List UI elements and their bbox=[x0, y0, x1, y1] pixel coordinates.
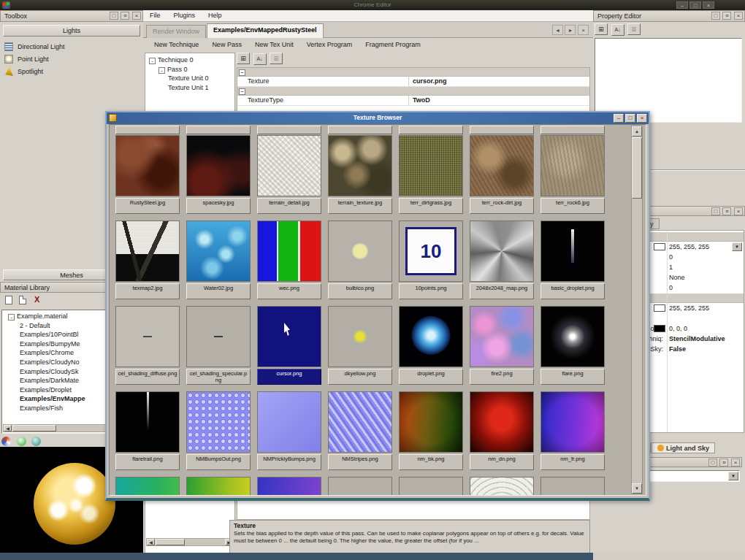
render-mode-icon[interactable] bbox=[1, 437, 11, 446]
texture-label-cut[interactable] bbox=[257, 126, 321, 134]
property-category-row[interactable]: − bbox=[237, 68, 589, 77]
new-tex-unit-button[interactable]: New Tex Unit bbox=[250, 39, 299, 50]
window-maximize-button[interactable]: □ bbox=[689, 1, 701, 9]
dialog-titlebar[interactable]: Texture Browser – □ × bbox=[107, 112, 649, 124]
texture-cell-fire2-png[interactable]: fire2.png bbox=[470, 306, 534, 385]
float-icon[interactable]: □ bbox=[711, 207, 720, 215]
texture-filename-label[interactable]: NMStripes.png bbox=[328, 454, 392, 470]
texture-cell-basic-droplet-png[interactable]: basic_droplet.png bbox=[540, 220, 605, 299]
view-options-icon[interactable] bbox=[31, 437, 41, 446]
texture-filename-label[interactable]: 10points.png bbox=[399, 283, 463, 299]
scroll-left-icon[interactable]: ◀ bbox=[4, 425, 12, 431]
texture-filename-label[interactable]: droplet.png bbox=[399, 369, 463, 385]
lights-group-header[interactable]: Lights bbox=[3, 25, 140, 37]
texture-filename-label[interactable]: terrain_detail.jpg bbox=[257, 198, 321, 214]
tree-item[interactable]: -Technique 0 bbox=[149, 55, 234, 65]
chevron-down-icon[interactable]: ▼ bbox=[732, 242, 742, 251]
new-material-button[interactable] bbox=[3, 294, 15, 306]
texture-cell-NMBumpsOut-png[interactable]: NMBumpsOut.png bbox=[186, 391, 251, 470]
texture-cell-terrain-texture-jpg[interactable]: terrain_texture.jpg bbox=[328, 135, 392, 214]
texture-cell-10points-png[interactable]: 1010points.png bbox=[399, 220, 463, 299]
texture-cell-nm-dn-png[interactable]: nm_dn.png bbox=[470, 391, 534, 470]
texture-cell[interactable] bbox=[328, 477, 392, 496]
texture-cell-terr-rock6-jpg[interactable]: terr_rock6.jpg bbox=[540, 135, 605, 214]
toolbox-item-spotlight[interactable]: Spotlight bbox=[0, 66, 143, 78]
texture-filename-label[interactable]: dkyellow.png bbox=[328, 369, 392, 385]
scene-property-value[interactable]: 255, 255, 255 bbox=[669, 304, 709, 312]
color-swatch[interactable] bbox=[654, 325, 665, 332]
close-icon[interactable]: × bbox=[132, 12, 141, 20]
texture-label-cut[interactable] bbox=[470, 126, 534, 134]
dialog-close-button[interactable]: × bbox=[637, 114, 647, 123]
texture-cell-RustySteel-jpg[interactable]: RustySteel.jpg bbox=[115, 135, 180, 214]
texture-cell-terr-rock-dirt-jpg[interactable]: terr_rock-dirt.jpg bbox=[470, 135, 534, 214]
property-row[interactable]: Texturecursor.png bbox=[237, 77, 589, 87]
texture-filename-label[interactable]: RustySteel.jpg bbox=[115, 198, 180, 214]
scene-property-value[interactable]: 0 bbox=[669, 283, 673, 292]
dialog-maximize-button[interactable]: □ bbox=[625, 114, 635, 123]
texture-cell-cel-shading-diffuse-png[interactable]: cel_shading_diffuse.png bbox=[115, 306, 180, 385]
texture-filename-label[interactable]: cursor.png bbox=[257, 369, 321, 385]
texture-cell-spacesky-jpg[interactable]: spacesky.jpg bbox=[186, 135, 251, 214]
texture-cell-nm-bk-png[interactable]: nm_bk.png bbox=[399, 391, 463, 470]
texture-filename-label[interactable]: nm_fr.png bbox=[540, 454, 605, 470]
float-icon[interactable]: □ bbox=[110, 12, 118, 20]
texture-filename-label[interactable]: terr_dirtgrass.jpg bbox=[399, 198, 463, 214]
texture-cell-flare-png[interactable]: flare.png bbox=[540, 306, 605, 385]
close-icon[interactable]: × bbox=[731, 459, 740, 467]
scene-property-value[interactable]: 1 bbox=[669, 263, 673, 272]
texture-label-cut[interactable] bbox=[399, 126, 463, 134]
collapse-icon[interactable]: − bbox=[239, 69, 245, 76]
texture-filename-label[interactable]: fire2.png bbox=[470, 369, 534, 385]
chevron-down-icon[interactable]: ▼ bbox=[728, 472, 738, 480]
texture-filename-label[interactable]: terr_rock-dirt.jpg bbox=[470, 198, 534, 214]
texture-cell-nm-fr-png[interactable]: nm_fr.png bbox=[540, 391, 605, 470]
window-close-button[interactable]: × bbox=[703, 1, 714, 9]
new-pass-button[interactable]: New Pass bbox=[207, 39, 247, 50]
texture-cell-dkyellow-png[interactable]: dkyellow.png bbox=[328, 306, 392, 385]
color-swatch[interactable] bbox=[654, 304, 665, 312]
texture-filename-label[interactable]: flare.png bbox=[540, 369, 605, 385]
texture-cell-droplet-png[interactable]: droplet.png bbox=[399, 306, 463, 385]
close-icon[interactable]: × bbox=[734, 207, 743, 215]
alphabetical-sort-icon[interactable]: A↓ bbox=[611, 24, 624, 36]
texture-filename-label[interactable]: flaretrail.png bbox=[115, 454, 180, 470]
menu-item-file[interactable]: File bbox=[143, 10, 167, 22]
texture-filename-label[interactable]: Water02.jpg bbox=[186, 283, 251, 299]
property-row[interactable]: TextureTypeTwoD bbox=[237, 96, 589, 106]
tree-expander-icon[interactable]: - bbox=[149, 58, 156, 64]
texture-filename-label[interactable]: wec.png bbox=[257, 283, 321, 299]
tab-scroll-right-icon[interactable]: ▸ bbox=[565, 25, 576, 35]
technique-tree-hscrollbar[interactable]: ◀ ▶ bbox=[146, 538, 234, 546]
texture-filename-label[interactable]: spacesky.jpg bbox=[186, 198, 251, 214]
pin-icon[interactable]: ¤ bbox=[121, 12, 129, 20]
texture-filename-label[interactable]: terr_rock6.jpg bbox=[540, 198, 605, 214]
texture-cell[interactable] bbox=[540, 477, 605, 496]
texture-filename-label[interactable]: nm_dn.png bbox=[470, 454, 534, 470]
fragment-program-button[interactable]: Fragment Program bbox=[360, 39, 426, 50]
vertex-program-button[interactable]: Vertex Program bbox=[302, 39, 358, 50]
float-icon[interactable]: □ bbox=[711, 12, 720, 20]
list-view-icon[interactable]: ≣ bbox=[270, 53, 283, 64]
texture-label-cut[interactable] bbox=[186, 126, 251, 134]
toolbox-item-point-light[interactable]: Point Light bbox=[0, 53, 143, 66]
refresh-view-icon[interactable] bbox=[17, 437, 26, 446]
texture-filename-label[interactable]: bulbico.png bbox=[328, 283, 392, 299]
texture-cell-flaretrail-png[interactable]: flaretrail.png bbox=[115, 391, 180, 470]
texture-cell[interactable] bbox=[257, 477, 321, 496]
texture-filename-label[interactable]: cel_shading_specular.png bbox=[186, 369, 251, 385]
texture-cell-NMStripes-png[interactable]: NMStripes.png bbox=[328, 391, 392, 470]
texture-cell-cursor-png[interactable]: cursor.png bbox=[257, 306, 321, 385]
texture-filename-label[interactable]: 2048x2048_map.png bbox=[470, 283, 534, 299]
tree-item[interactable]: Texture Unit 0 bbox=[149, 74, 234, 83]
scrollbar-thumb[interactable] bbox=[156, 539, 185, 545]
texture-cell-terr-dirtgrass-jpg[interactable]: terr_dirtgrass.jpg bbox=[399, 135, 463, 214]
pin-icon[interactable]: ¤ bbox=[722, 12, 731, 20]
texture-cell[interactable] bbox=[115, 477, 180, 496]
texture-filename-label[interactable]: basic_droplet.png bbox=[540, 283, 605, 299]
scene-property-value[interactable]: 0 bbox=[669, 253, 673, 261]
scroll-left-icon[interactable]: ◀ bbox=[147, 539, 155, 545]
tab-render-window[interactable]: Render Window bbox=[146, 25, 206, 38]
texture-cell-2048x2048-map-png[interactable]: 2048x2048_map.png bbox=[470, 220, 534, 299]
import-material-button[interactable]: X bbox=[33, 294, 45, 306]
